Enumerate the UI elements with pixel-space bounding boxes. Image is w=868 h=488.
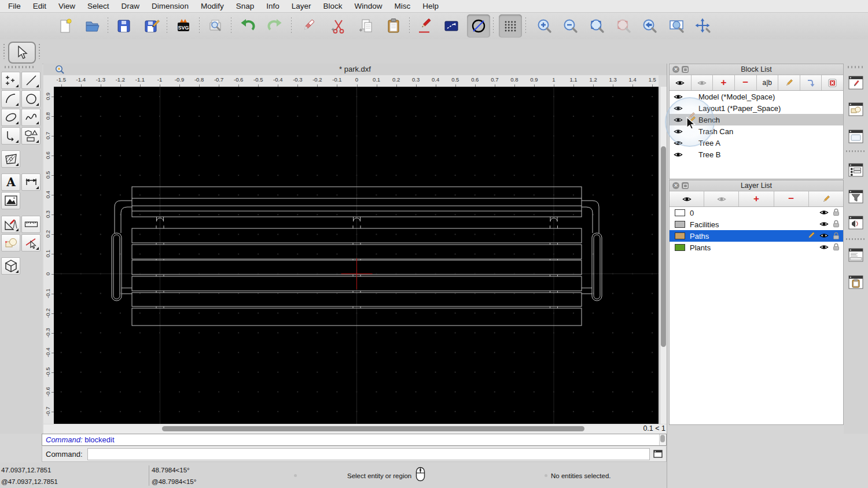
remove-layer-button[interactable]: −	[774, 191, 809, 206]
show-all-layers-button[interactable]	[670, 191, 704, 206]
menu-modify[interactable]: Modify	[201, 2, 224, 10]
menu-view[interactable]: View	[58, 2, 75, 10]
remove-block-button[interactable]: −	[735, 75, 757, 90]
zoom-in-button[interactable]	[532, 14, 556, 38]
print-preview-button[interactable]	[204, 14, 227, 38]
menu-block[interactable]: Block	[323, 2, 343, 10]
edit-block-button[interactable]	[778, 75, 800, 90]
vertical-scrollbar-thumb[interactable]	[661, 146, 666, 347]
drawing-canvas[interactable]	[54, 87, 659, 424]
eye-icon[interactable]	[819, 232, 829, 239]
command-input[interactable]	[87, 448, 650, 460]
save-as-button[interactable]	[140, 14, 163, 38]
measure-tool-button[interactable]	[21, 216, 41, 233]
svg-export-button[interactable]: SVG	[172, 14, 195, 38]
menu-misc[interactable]: Misc	[395, 2, 411, 10]
selection-filter-toggle-button[interactable]	[846, 187, 866, 206]
erase-button[interactable]	[296, 14, 319, 38]
screen-linetypes-button[interactable]	[467, 14, 490, 38]
lock-icon[interactable]	[833, 220, 840, 228]
lineweight-button[interactable]	[440, 14, 463, 38]
lock-icon[interactable]	[833, 208, 840, 216]
history-scrollbar[interactable]	[659, 434, 666, 445]
eye-icon[interactable]	[819, 221, 829, 227]
add-block-button[interactable]: +	[713, 75, 735, 90]
horizontal-scrollbar-thumb[interactable]	[162, 426, 584, 431]
new-file-button[interactable]	[54, 14, 77, 38]
menu-help[interactable]: Help	[422, 2, 439, 10]
undo-button[interactable]	[236, 14, 259, 38]
rename-block-button[interactable]: a|b	[757, 75, 779, 90]
circle-tool-button[interactable]	[21, 90, 41, 108]
open-file-button[interactable]	[81, 14, 104, 38]
paste-button[interactable]	[382, 14, 405, 38]
view-toggle-button[interactable]	[846, 127, 866, 146]
command-window-toggle-button[interactable]	[652, 449, 664, 460]
draft-pencil-button[interactable]	[414, 14, 437, 38]
zoom-selection-button[interactable]	[612, 14, 635, 38]
list-view-toggle-button[interactable]	[846, 160, 866, 180]
eye-icon[interactable]	[674, 151, 683, 158]
lock-icon[interactable]	[833, 232, 840, 240]
zoom-out-button[interactable]	[558, 14, 582, 38]
point-tool-button[interactable]	[1, 72, 20, 89]
menu-dimension[interactable]: Dimension	[152, 2, 189, 10]
select-entity-tool-button[interactable]	[21, 234, 41, 252]
menu-layer[interactable]: Layer	[292, 2, 311, 10]
pencil-icon[interactable]	[807, 231, 815, 240]
menu-edit[interactable]: Edit	[33, 2, 46, 10]
ellipse-tool-button[interactable]	[1, 109, 20, 126]
isometric-view-tool-button[interactable]	[1, 257, 20, 275]
insert-block-button[interactable]	[800, 75, 822, 90]
menu-draw[interactable]: Draw	[122, 2, 140, 10]
polyline-tool-button[interactable]	[1, 127, 20, 145]
layer-row-0[interactable]: 0	[670, 207, 843, 219]
show-all-blocks-button[interactable]	[670, 75, 692, 90]
zoom-window-button[interactable]	[665, 14, 688, 38]
menu-select[interactable]: Select	[87, 2, 109, 10]
eye-icon[interactable]	[819, 244, 829, 250]
hide-all-blocks-button[interactable]	[692, 75, 713, 90]
text-tool-button[interactable]: A	[1, 173, 20, 191]
selection-tool-button[interactable]	[8, 42, 36, 64]
clipboard-panel-toggle-button[interactable]	[846, 272, 866, 292]
command-line-toggle-button[interactable]	[846, 245, 866, 265]
block-row-tree-b[interactable]: Tree B	[670, 149, 843, 160]
zoom-auto-button[interactable]	[585, 14, 608, 38]
menu-window[interactable]: Window	[355, 2, 382, 10]
add-layer-button[interactable]: +	[739, 191, 774, 206]
grid-toggle-button[interactable]	[499, 14, 522, 38]
eye-icon[interactable]	[819, 209, 829, 216]
spline-tool-button[interactable]	[21, 109, 41, 126]
library-browser-toggle-button[interactable]	[846, 213, 866, 232]
menu-snap[interactable]: Snap	[236, 2, 255, 10]
menu-file[interactable]: File	[8, 2, 21, 10]
purge-blocks-button[interactable]	[822, 75, 843, 90]
block-browser-toggle-button[interactable]	[846, 99, 866, 119]
edit-layer-button[interactable]	[809, 191, 843, 206]
layer-list-panel: ✕ Layer List + − 0FacilitiesPathsPlants	[669, 180, 844, 425]
cut-button[interactable]	[327, 14, 350, 38]
image-tool-button[interactable]	[1, 192, 20, 209]
history-scrollbar-thumb[interactable]	[660, 435, 665, 442]
horizontal-scrollbar[interactable]: 0.1 < 1	[43, 424, 667, 434]
dimension-tool-button[interactable]	[21, 173, 41, 191]
save-button[interactable]	[112, 14, 135, 38]
layer-row-plants[interactable]: Plants	[670, 242, 843, 253]
hatch-tool-button[interactable]	[1, 150, 20, 168]
layer-row-facilities[interactable]: Facilities	[670, 219, 843, 230]
lock-icon[interactable]	[833, 243, 840, 251]
property-editor-toggle-button[interactable]	[846, 73, 866, 93]
menu-info[interactable]: Info	[266, 2, 279, 10]
hide-all-layers-button[interactable]	[704, 191, 739, 206]
layer-row-paths[interactable]: Paths	[670, 230, 843, 242]
redo-button[interactable]	[263, 14, 286, 38]
copy-button[interactable]	[355, 14, 378, 38]
line-tool-button[interactable]	[21, 72, 41, 89]
block-edit-tool-button[interactable]	[1, 234, 20, 252]
shape-tool-button[interactable]	[21, 127, 41, 145]
modify-tool-button[interactable]	[1, 216, 20, 233]
pan-button[interactable]	[692, 14, 715, 38]
zoom-previous-button[interactable]	[638, 14, 661, 38]
arc-tool-button[interactable]	[1, 90, 20, 108]
